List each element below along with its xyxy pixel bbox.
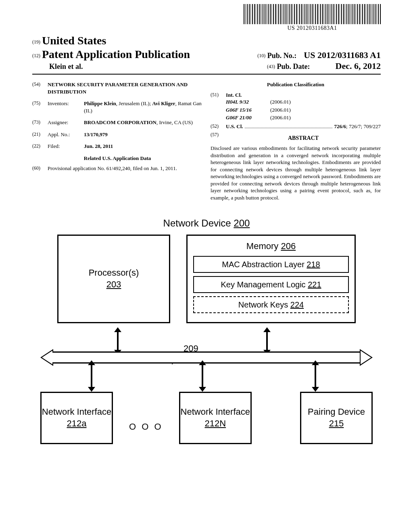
code-19: (19) [32,39,40,45]
pd-label: Pairing Device [308,406,365,418]
kml-ref: 221 [308,280,321,289]
right-column: Publication Classification (51) Int. Cl.… [211,81,381,202]
barcode-area: US 20120311683A1 [244,4,381,31]
code-22: (22) [32,143,48,150]
intcl-code-0: H04L 9/32 [226,98,270,106]
assignee-label: Assignee: [48,119,84,126]
processor-label: Processor(s) [89,267,139,279]
pub-date: Dec. 6, 2012 [336,61,381,71]
filed-label: Filed: [48,143,84,150]
intcl-year-1: (2006.01) [270,106,291,114]
arrow-down-2 [202,364,203,388]
biblio-columns: (54) NETWORK SECURITY PARAMETER GENERATI… [32,81,381,202]
pub-no-label: Pub. No.: [267,52,297,60]
patent-page: US 20120311683A1 (19) United States (12)… [0,0,413,532]
memory-box: Memory 206 MAC Abstraction Layer 218 Key… [186,235,356,323]
code-51: (51) [211,91,226,122]
arrow-down-1 [91,364,92,388]
mem-label: Memory [246,241,281,251]
inventors-value: Philippe Klein, Jerusalem (IL); Avi Klig… [84,100,202,114]
mac-ref: 218 [307,260,320,269]
intcl-label: Int. Cl. [226,92,242,98]
bus-arrow-right-icon [360,349,373,366]
pub-no: US 2012/0311683 A1 [304,50,381,60]
arrow-up-1 [117,331,119,351]
field-21: (21) Appl. No.: 13/170,979 [32,131,202,138]
code-54: (54) [32,81,48,95]
pub-date-label: Pub. Date: [277,62,310,71]
left-column: (54) NETWORK SECURITY PARAMETER GENERATI… [32,81,202,202]
author-line: Klein et al. [49,62,83,71]
nk-label: Network Keys [238,300,290,309]
dots-leader [245,127,333,128]
ni-a-ref: 212a [67,418,87,430]
ellipsis-icon: O O O [129,422,163,444]
inv1-loc: , Jerusalem (IL); [116,100,152,106]
filed-value: Jun. 28, 2011 [84,143,113,149]
intcl-year-2: (2006.01) [270,114,291,121]
uscl-label: U.S. Cl. [226,123,243,130]
intcl-code-1: G06F 15/16 [226,106,270,114]
assignee-value: BROADCOM CORPORATION, Irvine, CA (US) [84,119,202,126]
network-interface-a-box: Network Interface 212a [40,392,113,444]
code-57: (57) [211,131,226,145]
ni-n-label1: Network Interface [181,406,250,418]
figure-row-2: Network Interface 212a O O O Network Int… [32,392,381,444]
inventor-2: Avi Kliger [152,100,175,106]
code-52: (52) [211,123,226,130]
code-60: (60) [32,165,48,172]
code-73: (73) [32,119,48,126]
code-10: (10) [257,53,265,58]
intcl-code-2: G06F 21/00 [226,114,270,121]
network-interface-n-box: Network Interface 212N [179,392,252,444]
divider [32,74,381,75]
processor-box: Processor(s) 203 [57,235,170,323]
code-21: (21) [32,131,48,138]
inventors-label: Inventors: [48,100,84,114]
figure: Network Device 200 Processor(s) 203 Memo… [32,218,381,444]
key-mgmt-box: Key Management Logic 221 [193,276,349,293]
invention-title: NETWORK SECURITY PARAMETER GENERATION AN… [48,81,202,95]
processor-ref: 203 [106,279,121,291]
ni-a-label1: Network Interface [42,406,111,418]
code-43: (43) [267,64,275,69]
intcl-row-0: H04L 9/32(2006.01) [226,98,381,106]
bus-arrow-left-icon [40,349,53,366]
barcode-icon [244,4,381,24]
uscl-bold: 726/6 [334,123,346,129]
abstract-title: ABSTRACT [226,135,381,142]
mac-layer-box: MAC Abstraction Layer 218 [193,256,349,273]
country: United States [42,34,106,47]
field-73: (73) Assignee: BROADCOM CORPORATION, Irv… [32,119,202,126]
field-75: (75) Inventors: Philippe Klein, Jerusale… [32,100,202,114]
kml-label: Key Management Logic [221,280,308,289]
assignee-loc: , Irvine, CA (US) [156,119,193,125]
field-22: (22) Filed: Jun. 28, 2011 [32,143,202,150]
code-12: (12) [32,53,40,58]
intcl-year-0: (2006.01) [270,98,291,106]
applno-value: 13/170,979 [84,131,108,137]
field-60: (60) Provisional application No. 61/492,… [32,165,202,172]
memory-title: Memory 206 [193,241,349,252]
pd-ref: 215 [329,418,344,430]
intcl-row-2: G06F 21/00(2006.01) [226,114,381,121]
figure-row-1: Processor(s) 203 Memory 206 MAC Abstract… [32,235,381,323]
fig-title-text: Network Device [163,218,234,229]
field-54: (54) NETWORK SECURITY PARAMETER GENERATI… [32,81,202,95]
applno-label: Appl. No.: [48,131,84,138]
intcl-row-1: G06F 15/16(2006.01) [226,106,381,114]
pairing-device-box: Pairing Device 215 [300,392,373,444]
code-75: (75) [32,100,48,114]
pub-class-title: Publication Classification [211,81,381,88]
arrow-down-3 [315,364,316,388]
provisional-text: Provisional application No. 61/492,240, … [48,165,202,172]
assignee-name: BROADCOM CORPORATION [84,119,156,125]
abstract-text: Disclosed are various embodiments for fa… [211,145,381,201]
pub-no-line: (10) Pub. No.: US 2012/0311683 A1 [257,50,381,60]
doc-type: Patent Application Publication [42,48,190,60]
field-51: (51) Int. Cl. H04L 9/32(2006.01) G06F 15… [211,91,381,122]
nk-ref: 224 [290,300,304,309]
mac-label: MAC Abstraction Layer [222,260,307,269]
ni-n-ref: 212N [204,418,226,430]
related-data-title: Related U.S. Application Data [32,155,202,162]
